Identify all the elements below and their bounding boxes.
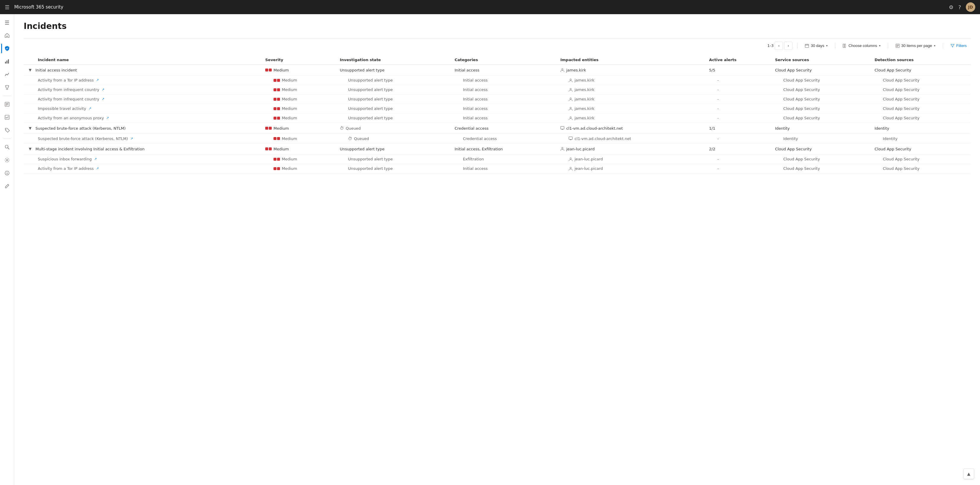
service-sources-cell: Cloud App Security xyxy=(772,76,871,85)
alert-row: Activity from an anonymous proxy ↗ Mediu… xyxy=(24,113,970,123)
alert-name-cell: Activity from a Tor IP address ↗ xyxy=(24,76,262,85)
entity-cell: james.kirk xyxy=(560,68,702,72)
entities-cell: james.kirk xyxy=(557,65,706,76)
investigation-state: Unsupported alert type xyxy=(340,147,384,151)
sidebar-item-trophy[interactable] xyxy=(1,81,13,93)
items-per-page-button[interactable]: 30 items per page ▾ xyxy=(892,41,939,50)
entity-name: jean-luc.picard xyxy=(566,147,595,151)
svg-point-14 xyxy=(7,172,7,172)
external-link-icon[interactable]: ↗ xyxy=(130,137,133,141)
col-header-severity: Severity xyxy=(262,55,336,65)
service-sources-cell: Cloud App Security xyxy=(772,94,871,104)
sidebar-item-incidents[interactable] xyxy=(1,99,13,110)
severity-cell: Medium xyxy=(262,154,336,164)
service-sources-cell: Cloud App Security xyxy=(772,113,871,123)
svg-rect-19 xyxy=(843,44,844,48)
entity-name: james.kirk xyxy=(574,116,594,120)
svg-point-8 xyxy=(6,129,6,130)
severity-dot-1 xyxy=(274,158,277,161)
date-range-chevron: ▾ xyxy=(826,44,827,47)
severity-dots xyxy=(274,107,280,110)
severity-cell: Medium xyxy=(262,76,336,85)
user-icon xyxy=(569,97,573,101)
sidebar-item-home[interactable] xyxy=(1,30,13,41)
help-icon[interactable]: ? xyxy=(958,4,961,10)
severity-dot-2 xyxy=(269,68,272,72)
expand-button[interactable]: ▼ xyxy=(27,125,33,131)
expand-button[interactable]: ▼ xyxy=(27,67,33,73)
severity-dot-1 xyxy=(274,88,277,91)
sidebar-item-search[interactable] xyxy=(1,141,13,153)
entities-cell: cl1-vm.ad.cloud-architekt.net xyxy=(557,123,706,134)
scroll-to-top-button[interactable]: ▲ xyxy=(964,469,974,479)
severity-dots xyxy=(274,137,280,140)
entity-cell: cl1-vm.ad.cloud-architekt.net xyxy=(569,137,702,141)
sidebar-item-info[interactable] xyxy=(1,167,13,179)
investigation-state: Unsupported alert type xyxy=(348,157,393,161)
expand-button[interactable]: ▼ xyxy=(27,146,33,152)
next-page-button[interactable]: › xyxy=(784,41,792,50)
external-link-icon[interactable]: ↗ xyxy=(106,116,109,120)
incident-name-cell: ▼ Suspected brute-force attack (Kerberos… xyxy=(24,123,262,134)
sidebar-item-reports[interactable] xyxy=(1,56,13,67)
sidebar-item-tag[interactable] xyxy=(1,124,13,136)
items-per-page-label: 30 items per page xyxy=(901,43,932,48)
sidebar-item-analytics[interactable] xyxy=(1,68,13,80)
entities-cell: james.kirk xyxy=(557,76,706,85)
alert-name: Activity from an anonymous proxy xyxy=(38,116,104,120)
severity-dots xyxy=(274,167,280,170)
entities-cell: cl1-vm.ad.cloud-architekt.net xyxy=(557,134,706,143)
sidebar-item-settings[interactable] xyxy=(1,154,13,166)
external-link-icon[interactable]: ↗ xyxy=(94,157,97,161)
investigation-cell: Unsupported alert type xyxy=(336,154,451,164)
external-link-icon[interactable]: ↗ xyxy=(89,107,91,110)
severity-dot-1 xyxy=(265,147,268,150)
alert-name-cell: Suspected brute-force attack (Kerberos, … xyxy=(24,134,262,143)
filters-label: Filters xyxy=(956,43,967,48)
external-link-icon[interactable]: ↗ xyxy=(102,88,104,92)
sidebar: ☰ xyxy=(0,14,14,485)
filters-button[interactable]: Filters xyxy=(947,41,970,50)
avatar[interactable]: JD xyxy=(966,2,975,12)
sidebar-item-tasks[interactable] xyxy=(1,111,13,123)
prev-page-button[interactable]: ‹ xyxy=(775,41,783,50)
severity-cell: Medium xyxy=(262,164,336,173)
external-link-icon[interactable]: ↗ xyxy=(96,167,99,170)
sidebar-item-edit[interactable] xyxy=(1,180,13,192)
external-link-icon[interactable]: ↗ xyxy=(102,97,104,101)
choose-columns-label: Choose columns xyxy=(849,43,877,48)
sidebar-item-menu[interactable]: ☰ xyxy=(1,16,13,29)
main-content: Incidents 1-3 ‹ › 30 days ▾ Choose colum… xyxy=(14,14,980,485)
categories-cell: Initial access xyxy=(451,113,557,123)
categories-cell: Initial access xyxy=(451,76,557,85)
date-range-button[interactable]: 30 days ▾ xyxy=(801,41,831,50)
date-range-label: 30 days xyxy=(811,43,824,48)
hamburger-icon[interactable]: ☰ xyxy=(5,4,10,10)
alert-name: Activity from a Tor IP address xyxy=(38,166,94,171)
sidebar-item-security[interactable] xyxy=(1,43,13,54)
svg-point-29 xyxy=(570,107,571,109)
detection-sources-cell: Identity xyxy=(871,123,970,134)
alert-row: Activity from a Tor IP address ↗ Medium … xyxy=(24,164,970,173)
service-sources-cell: Cloud App Security xyxy=(772,85,871,94)
user-icon xyxy=(569,88,573,92)
investigation-state: Unsupported alert type xyxy=(348,107,393,111)
alert-name-cell: Activity from a Tor IP address ↗ xyxy=(24,164,262,173)
user-icon xyxy=(569,78,573,83)
svg-rect-15 xyxy=(805,44,809,48)
external-link-icon[interactable]: ↗ xyxy=(96,78,99,82)
settings-icon[interactable]: ⚙ xyxy=(949,4,953,10)
alert-name-cell: Activity from an anonymous proxy ↗ xyxy=(24,113,262,123)
choose-columns-button[interactable]: Choose columns ▾ xyxy=(839,41,884,50)
severity-dot-2 xyxy=(277,158,280,161)
severity-cell: Medium xyxy=(262,113,336,123)
alert-name: Suspicious inbox forwarding xyxy=(38,157,92,161)
alert-name: Activity from a Tor IP address xyxy=(38,78,94,83)
severity-cell: Medium xyxy=(262,94,336,104)
entity-cell: james.kirk xyxy=(569,97,702,101)
list-icon xyxy=(896,44,900,48)
entity-name: james.kirk xyxy=(566,68,586,72)
entity-cell: james.kirk xyxy=(569,116,702,120)
severity-dot-1 xyxy=(274,107,277,110)
columns-icon xyxy=(843,44,847,48)
